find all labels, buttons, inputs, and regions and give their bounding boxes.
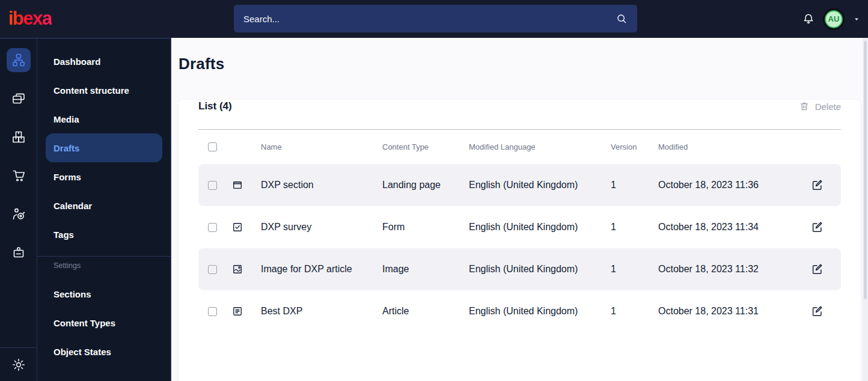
chevron-down-icon[interactable] [852, 15, 861, 23]
edit-draft-button[interactable] [810, 263, 824, 276]
page-title: Drafts [179, 54, 861, 73]
cell-modified-language: English (United Kingdom) [459, 180, 601, 190]
settings-group-label: Settings [37, 257, 171, 279]
sidebar-item-tags[interactable]: Tags [46, 220, 162, 249]
search-icon[interactable] [616, 13, 628, 25]
article-icon [231, 305, 243, 317]
icon-rail [0, 38, 37, 381]
edit-icon [810, 221, 824, 234]
cell-version: 1 [601, 180, 649, 190]
row-checkbox[interactable] [208, 265, 217, 274]
cell-content-type: Landing page [373, 180, 459, 190]
delete-button[interactable]: Delete [799, 101, 841, 112]
sidebar-item-dashboard[interactable]: Dashboard [46, 47, 162, 76]
drafts-list-card: List (4) Delete Name Content Type Modif [179, 100, 861, 381]
cell-name: DXP section [251, 180, 373, 190]
drafts-table: Name Content Type Modified Language Vers… [198, 129, 841, 332]
cell-content-type: Article [373, 306, 459, 317]
row-checkbox[interactable] [208, 181, 217, 190]
trash-icon [799, 101, 810, 112]
scrollbar-thumb[interactable] [864, 41, 867, 299]
table-header-row: Name Content Type Modified Language Vers… [198, 129, 841, 164]
settings-gear-icon[interactable] [7, 353, 31, 377]
topbar-right: AU [802, 0, 861, 38]
column-header-name: Name [251, 142, 373, 151]
table-row: DXP survey Form English (United Kingdom)… [198, 206, 841, 248]
select-all-checkbox[interactable] [208, 142, 217, 151]
image-icon [231, 263, 243, 275]
products-boxes-icon[interactable] [7, 125, 31, 149]
edit-draft-button[interactable] [810, 305, 824, 318]
row-checkbox[interactable] [208, 223, 217, 232]
cell-name: DXP survey [251, 222, 373, 233]
cell-modified: October 18, 2023 11:34 [649, 222, 793, 233]
cell-modified: October 18, 2023 11:32 [649, 264, 793, 275]
user-avatar[interactable]: AU [825, 10, 843, 28]
commerce-cart-icon[interactable] [7, 163, 31, 187]
column-header-version: Version [601, 142, 649, 151]
column-header-modified: Modified [649, 142, 793, 151]
sidebar-item-object-states[interactable]: Object States [46, 337, 162, 366]
cell-modified-language: English (United Kingdom) [459, 222, 601, 233]
sidebar-item-drafts[interactable]: Drafts [46, 133, 162, 162]
table-row: Image for DXP article Image English (Uni… [198, 248, 841, 290]
sidebar-menu: Dashboard Content structure Media Drafts… [37, 38, 171, 381]
table-row: DXP section Landing page English (United… [198, 164, 841, 206]
sidebar-item-calendar[interactable]: Calendar [46, 191, 162, 220]
cell-modified-language: English (United Kingdom) [459, 264, 601, 275]
admin-badge-icon[interactable] [7, 240, 31, 264]
cell-content-type: Form [373, 222, 459, 233]
main-content: Drafts List (4) Delete Name [171, 38, 868, 381]
edit-icon [810, 305, 824, 318]
column-header-content-type: Content Type [373, 142, 459, 151]
edit-icon [810, 263, 824, 276]
form-icon [231, 221, 243, 233]
sidebar-item-content-structure[interactable]: Content structure [46, 76, 162, 105]
cell-modified: October 18, 2023 11:31 [649, 306, 793, 317]
column-header-modified-language: Modified Language [459, 142, 601, 151]
landing-page-icon [231, 179, 243, 191]
cell-name: Best DXP [251, 306, 373, 317]
search-input[interactable] [243, 14, 616, 24]
rail-bottom-section [0, 347, 37, 381]
cell-name: Image for DXP article [251, 264, 373, 275]
sidebar-item-forms[interactable]: Forms [46, 162, 162, 191]
cell-modified-language: English (United Kingdom) [459, 306, 601, 317]
delete-button-label: Delete [815, 102, 841, 112]
cell-version: 1 [601, 306, 649, 317]
sidebar-item-content-types[interactable]: Content Types [46, 308, 162, 337]
edit-draft-button[interactable] [810, 178, 824, 192]
cell-modified: October 18, 2023 11:36 [649, 180, 793, 190]
row-checkbox[interactable] [208, 307, 217, 316]
table-row: Best DXP Article English (United Kingdom… [198, 290, 841, 332]
personalization-target-icon[interactable] [7, 202, 31, 226]
edit-icon [810, 178, 824, 192]
cell-content-type: Image [373, 264, 459, 275]
cell-version: 1 [601, 222, 649, 233]
pages-icon[interactable] [7, 87, 31, 111]
topbar: ibexa AU [0, 0, 868, 38]
bell-icon[interactable] [802, 13, 815, 26]
edit-draft-button[interactable] [810, 221, 824, 234]
global-search [234, 5, 637, 32]
page-scrollbar[interactable] [863, 38, 868, 381]
list-count-label: List (4) [198, 100, 232, 112]
sidebar-item-sections[interactable]: Sections [46, 279, 162, 308]
sidebar-item-media[interactable]: Media [46, 105, 162, 133]
content-sitemap-icon[interactable] [7, 48, 31, 72]
cell-version: 1 [601, 264, 649, 275]
ibexa-logo[interactable]: ibexa [8, 8, 52, 29]
